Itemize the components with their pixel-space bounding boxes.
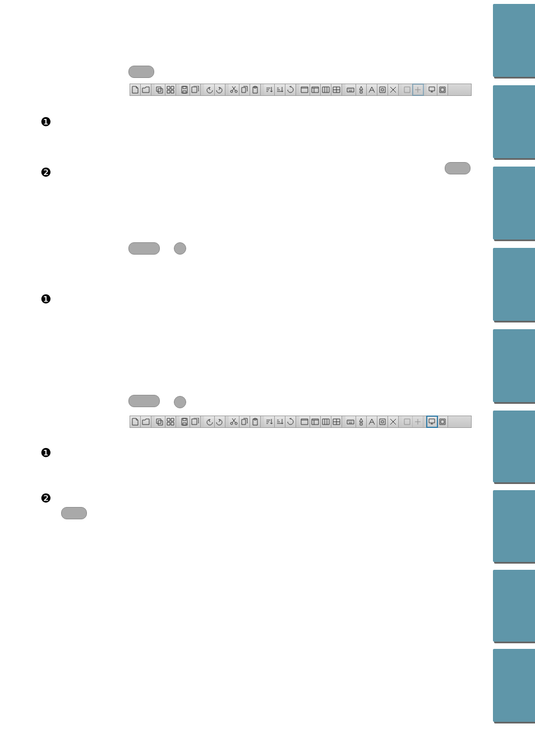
tile-icon xyxy=(167,86,174,94)
sort-asc-button[interactable] xyxy=(264,416,275,427)
cut-icon xyxy=(230,86,238,94)
dim2-icon xyxy=(414,418,422,426)
side-tab[interactable] xyxy=(493,411,535,482)
open-button[interactable] xyxy=(141,84,151,95)
sort-asc-icon xyxy=(265,418,273,426)
tool-d-icon xyxy=(389,418,397,426)
window1-button[interactable] xyxy=(299,416,310,427)
cascade-button[interactable] xyxy=(155,84,165,95)
window4-button[interactable] xyxy=(331,416,342,427)
redo-icon xyxy=(216,418,224,426)
sort-desc-icon xyxy=(276,86,284,94)
paste-icon xyxy=(251,418,259,426)
cut-button[interactable] xyxy=(229,84,239,95)
window2-button[interactable] xyxy=(310,84,321,95)
side-tab[interactable] xyxy=(493,490,535,562)
sort-desc-button[interactable] xyxy=(275,84,285,95)
tool-c-button[interactable] xyxy=(377,416,388,427)
monitor-button[interactable] xyxy=(427,416,437,427)
side-tab[interactable] xyxy=(493,570,535,642)
redo-icon xyxy=(216,86,224,94)
settings-button[interactable] xyxy=(437,416,448,427)
settings-button[interactable] xyxy=(437,84,448,95)
refresh-icon xyxy=(287,418,294,426)
numbered-bullet: ❷ xyxy=(40,492,52,505)
dim2-button[interactable] xyxy=(413,416,423,427)
keyboard-button[interactable] xyxy=(345,84,356,95)
window3-icon xyxy=(322,418,330,426)
tile-icon xyxy=(167,418,174,426)
tool-a-button[interactable] xyxy=(356,416,367,427)
window1-button[interactable] xyxy=(299,84,310,95)
open-button[interactable] xyxy=(141,416,151,427)
undo-button[interactable] xyxy=(204,416,215,427)
window3-button[interactable] xyxy=(321,84,331,95)
settings-icon xyxy=(439,86,446,94)
sort-desc-button[interactable] xyxy=(275,416,285,427)
numbered-bullet: ❷ xyxy=(40,167,52,179)
new-doc-button[interactable] xyxy=(130,416,141,427)
open-icon xyxy=(142,86,150,94)
save-all-button[interactable] xyxy=(190,84,201,95)
side-tab[interactable] xyxy=(493,85,535,158)
side-tab[interactable] xyxy=(493,248,535,321)
tool-c-icon xyxy=(379,418,386,426)
cascade-button[interactable] xyxy=(155,416,165,427)
undo-icon xyxy=(205,86,213,94)
pill-badge xyxy=(128,66,154,78)
keyboard-icon xyxy=(347,418,354,426)
new-doc-icon xyxy=(131,418,139,426)
save-button[interactable] xyxy=(179,416,190,427)
new-doc-button[interactable] xyxy=(130,84,141,95)
circle-badge xyxy=(174,242,186,255)
toolbar xyxy=(130,84,472,96)
tool-c-button[interactable] xyxy=(377,84,388,95)
sort-asc-icon xyxy=(265,86,273,94)
copy-icon xyxy=(241,418,248,426)
save-button[interactable] xyxy=(179,84,190,95)
paste-button[interactable] xyxy=(250,84,261,95)
refresh-button[interactable] xyxy=(285,416,296,427)
numbered-bullet: ❶ xyxy=(40,447,52,459)
side-tab[interactable] xyxy=(493,329,535,402)
save-all-button[interactable] xyxy=(190,416,201,427)
window2-icon xyxy=(311,86,319,94)
tile-button[interactable] xyxy=(165,84,176,95)
redo-button[interactable] xyxy=(215,416,225,427)
monitor-button[interactable] xyxy=(427,84,437,95)
new-doc-icon xyxy=(131,86,139,94)
window3-button[interactable] xyxy=(321,416,331,427)
paste-button[interactable] xyxy=(250,416,261,427)
window4-button[interactable] xyxy=(331,84,342,95)
tile-button[interactable] xyxy=(165,416,176,427)
tool-d-button[interactable] xyxy=(388,416,399,427)
side-tab[interactable] xyxy=(493,4,535,77)
sort-asc-button[interactable] xyxy=(264,84,275,95)
dim2-button[interactable] xyxy=(413,84,423,95)
dim1-button[interactable] xyxy=(402,416,413,427)
copy-button[interactable] xyxy=(239,416,250,427)
redo-button[interactable] xyxy=(215,84,225,95)
pill-badge xyxy=(445,162,471,174)
refresh-button[interactable] xyxy=(285,84,296,95)
save-all-icon xyxy=(191,418,199,426)
tool-b-button[interactable] xyxy=(367,416,377,427)
window4-icon xyxy=(333,418,340,426)
undo-button[interactable] xyxy=(204,84,215,95)
pill-badge xyxy=(128,242,160,255)
keyboard-button[interactable] xyxy=(345,416,356,427)
copy-button[interactable] xyxy=(239,84,250,95)
tool-b-icon xyxy=(368,86,376,94)
side-tab[interactable] xyxy=(493,649,535,722)
sort-desc-icon xyxy=(276,418,284,426)
side-tab[interactable] xyxy=(493,167,535,239)
dim1-button[interactable] xyxy=(402,84,413,95)
settings-icon xyxy=(439,418,446,426)
tool-a-button[interactable] xyxy=(356,84,367,95)
tool-b-button[interactable] xyxy=(367,84,377,95)
window2-button[interactable] xyxy=(310,416,321,427)
tool-d-button[interactable] xyxy=(388,84,399,95)
dim1-icon xyxy=(403,86,411,94)
dim2-icon xyxy=(414,86,422,94)
cut-button[interactable] xyxy=(229,416,239,427)
